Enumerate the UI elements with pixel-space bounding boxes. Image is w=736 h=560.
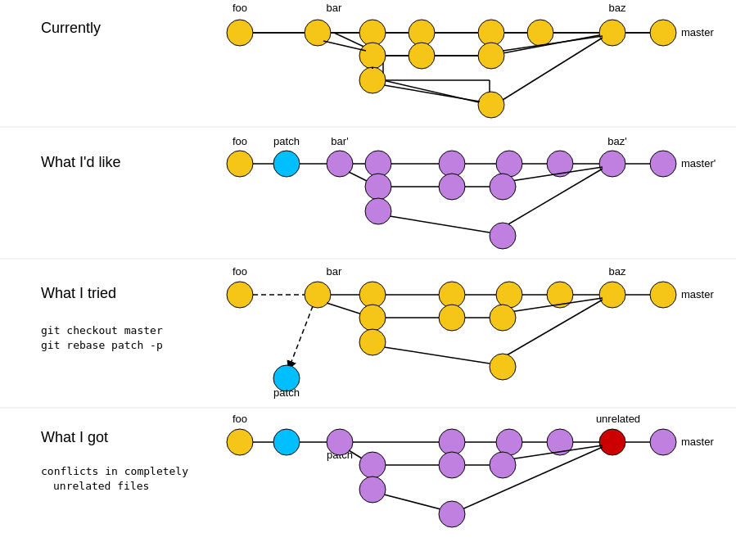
- node-2e: [439, 151, 465, 177]
- master-label-3: master: [681, 288, 714, 300]
- label-currently: Currently: [41, 20, 101, 37]
- node-3c: [359, 282, 386, 308]
- node-3e: [496, 282, 522, 308]
- code-git-checkout: git checkout master: [41, 324, 163, 336]
- s1-lower-merge: [384, 85, 480, 102]
- label-unrelated-4: unrelated: [596, 413, 640, 425]
- label-foo-3: foo: [233, 265, 247, 278]
- label-baz-3: baz: [609, 265, 626, 278]
- master-label-2: master': [681, 157, 716, 169]
- label-foo-2: foo: [233, 135, 247, 147]
- s3-dashed-arrow: [290, 306, 313, 366]
- node-unrelated-4: [599, 429, 625, 455]
- node-3-fork-b: [439, 305, 465, 331]
- node-2-lower-a: [365, 198, 391, 224]
- node-fork1-a: [359, 43, 386, 69]
- node-3-fork-a: [359, 305, 386, 331]
- node-4d: [439, 429, 465, 455]
- label-baz-1: baz: [609, 2, 626, 14]
- node-2-fork-a: [365, 174, 391, 200]
- node-fork1-c: [478, 43, 504, 69]
- label-bar-3: bar: [327, 265, 342, 278]
- lower-fork-1b: [383, 80, 490, 105]
- node-foo-4: [227, 429, 253, 455]
- node-baz2: [599, 151, 625, 177]
- s2-lower-merge: [503, 169, 603, 228]
- node-2f: [496, 151, 522, 177]
- label-what-id-like: What I'd like: [41, 154, 120, 171]
- node-fork1-b: [409, 43, 435, 69]
- s3-lower-h: [384, 347, 490, 364]
- node-foo-2: [227, 151, 253, 177]
- label-foo-4: foo: [233, 413, 247, 425]
- node-patch-2: [273, 151, 300, 177]
- node-2-fork-b: [439, 174, 465, 200]
- node-master-3: [650, 282, 676, 308]
- label-what-i-got: What I got: [41, 429, 108, 446]
- node-4-fork-a: [359, 452, 386, 478]
- node-fork2-b: [478, 92, 504, 118]
- node-foo-3: [227, 282, 253, 308]
- node-bar2: [327, 151, 353, 177]
- label-baz-2: baz': [607, 135, 626, 147]
- node-fork2-a: [359, 67, 386, 93]
- s1-lower-merge2: [503, 38, 603, 100]
- node-3-lower-b: [490, 354, 516, 380]
- node-master-1: [650, 20, 676, 46]
- s4-lower-h: [384, 495, 447, 511]
- node-3d: [439, 282, 465, 308]
- node-4-fork-c: [490, 452, 516, 478]
- node-4-lower-a: [359, 476, 386, 503]
- node-master-4: [650, 429, 676, 455]
- s3-lower-merge: [501, 300, 603, 359]
- node-1d: [409, 20, 435, 46]
- code-git-rebase: git rebase patch -p: [41, 339, 163, 351]
- node-patch-4: [273, 429, 300, 455]
- node-baz-3: [599, 282, 625, 308]
- node-baz-1: [599, 20, 625, 46]
- node-foo-1: [227, 20, 253, 46]
- code-unrelated: unrelated files: [53, 480, 149, 492]
- node-3-fork-c: [490, 305, 516, 331]
- node-2-fork-c: [490, 174, 516, 200]
- node-1f: [527, 20, 553, 46]
- node-4-lower-b: [439, 501, 465, 527]
- node-master2: [650, 151, 676, 177]
- master-label-1: master: [681, 26, 714, 38]
- s2-lower-h: [390, 216, 490, 233]
- node-3-lower-a: [359, 329, 386, 355]
- code-conflicts: conflicts in completely: [41, 465, 188, 477]
- label-patch-3: patch: [273, 386, 300, 399]
- node-2-lower-b: [490, 223, 516, 249]
- label-foo-1: foo: [233, 2, 247, 14]
- label-what-i-tried: What I tried: [41, 285, 116, 302]
- node-4c: [327, 429, 353, 455]
- label-bar-1: bar: [327, 2, 342, 14]
- label-bar-2: bar': [331, 135, 348, 147]
- s1-fork-upper-start: [323, 41, 366, 51]
- node-1e: [478, 20, 504, 46]
- node-2d: [365, 151, 391, 177]
- label-patch-2: patch: [273, 135, 300, 147]
- node-4e: [496, 429, 522, 455]
- node-4-fork-b: [439, 452, 465, 478]
- node-1c: [359, 20, 386, 46]
- node-bar-3: [305, 282, 331, 308]
- master-label-4: master: [681, 436, 714, 448]
